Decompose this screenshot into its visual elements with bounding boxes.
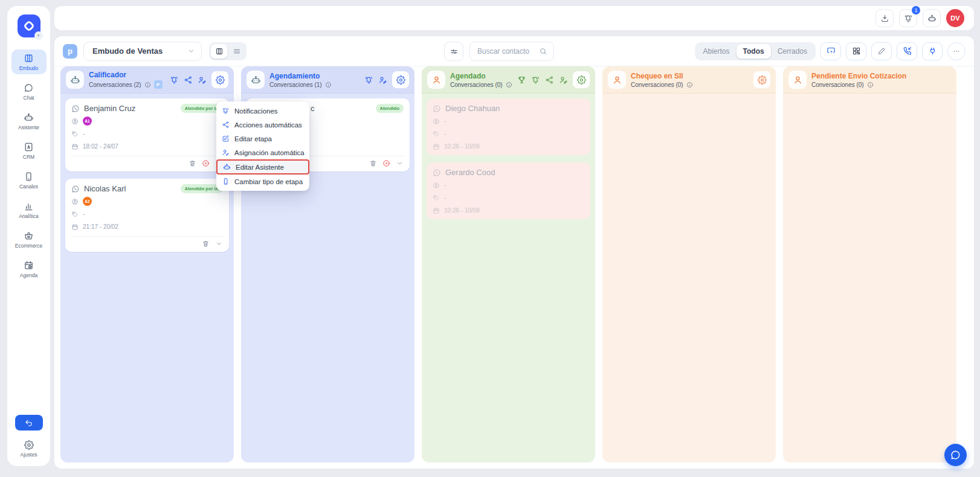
info-icon[interactable] <box>506 82 512 88</box>
ellipsis-icon <box>952 47 961 56</box>
automation-icon[interactable] <box>545 75 554 85</box>
collapse-sidebar-button[interactable] <box>15 415 43 431</box>
archive-trash-icon[interactable] <box>369 159 377 167</box>
info-icon[interactable] <box>144 82 151 88</box>
automation-icon <box>222 121 230 129</box>
bell-icon <box>222 107 230 115</box>
menu-item-cambiar-tipo-de-etapa[interactable]: Cambiar tipo de etapa <box>216 174 309 188</box>
topbar: 1 DV <box>54 6 974 30</box>
sidebar-item-canales[interactable]: Canales <box>11 168 47 193</box>
edit-button[interactable] <box>871 42 892 60</box>
column-title: Calificador <box>89 71 163 79</box>
close-circle-icon[interactable] <box>202 159 210 167</box>
menu-item-acciones-automaticas[interactable]: Acciones automáticas <box>216 118 309 132</box>
tab-cerrados[interactable]: Cerrados <box>771 44 814 59</box>
tag-icon <box>433 130 440 138</box>
person-icon <box>612 75 622 85</box>
column-settings-button[interactable] <box>392 71 409 88</box>
automation-icon[interactable] <box>184 75 193 85</box>
integrations-button[interactable] <box>922 42 943 60</box>
tab-abiertos[interactable]: Abiertos <box>697 44 737 59</box>
chevron-down-icon[interactable] <box>215 240 223 248</box>
sidebar-item-asistente[interactable]: Asistente <box>11 109 47 133</box>
edit-icon <box>222 135 230 142</box>
sidebar-item-embudo[interactable]: Embudo <box>11 50 47 74</box>
notifications-button[interactable]: 1 <box>899 9 917 27</box>
contact-card[interactable]: Diego Chahuan - - 10:26 - 10/09 <box>427 98 590 155</box>
more-options-button[interactable] <box>947 42 965 60</box>
funnel-select-value: Embudo de Ventas <box>92 46 163 56</box>
bell-ring-icon[interactable] <box>170 75 179 85</box>
sidebar-item-label: Embudo <box>19 65 39 71</box>
menu-item-editar-asistente[interactable]: Editar Asistente <box>216 159 309 174</box>
chevron-down-icon[interactable] <box>396 159 404 167</box>
assistant-button[interactable] <box>923 9 941 27</box>
menu-item-asignacion-automatica[interactable]: Asignación automática <box>216 146 309 159</box>
contact-card[interactable]: Nicolas Karl Atendido por IA A2 - 21:17 … <box>65 179 229 252</box>
assign-user-icon[interactable] <box>198 75 207 85</box>
assign-user-icon[interactable] <box>559 75 568 85</box>
sidebar-item-crm[interactable]: CRM <box>11 138 47 163</box>
contact-card[interactable]: Gerardo Cood - - 10:26 - 10/09 <box>427 162 590 219</box>
column-settings-button[interactable] <box>753 71 770 88</box>
robot-icon <box>251 75 261 85</box>
close-circle-icon[interactable] <box>382 159 390 167</box>
gear-icon <box>758 75 767 85</box>
column-header: Calificador Conversaciones (2) P <box>60 66 234 94</box>
undo-arrow-icon <box>24 418 33 427</box>
trophy-icon[interactable] <box>517 75 526 85</box>
calendar-icon <box>433 207 440 214</box>
sidebar-item-chat[interactable]: Chat <box>11 79 47 104</box>
sidebar-item-agenda[interactable]: Agenda <box>11 257 47 281</box>
user-avatar[interactable]: DV <box>946 9 964 27</box>
stage-type-badge <box>788 71 807 89</box>
sidebar-item-label: CRM <box>23 154 34 160</box>
stage-type-badge <box>247 71 265 89</box>
list-icon <box>233 47 241 56</box>
archive-trash-icon[interactable] <box>189 159 196 167</box>
archive-trash-icon[interactable] <box>202 240 210 248</box>
info-icon[interactable] <box>686 82 693 88</box>
contact-card[interactable]: Benjamin Cruz Atendido por IA A1 - 18:02… <box>65 98 229 171</box>
qr-code-button[interactable] <box>846 42 866 60</box>
live-chat-button[interactable] <box>944 444 967 466</box>
workspace-badge: p <box>63 44 77 59</box>
header-actions: Abiertos Todos Cerrados <box>695 42 966 60</box>
download-button[interactable] <box>875 9 894 27</box>
kanban-view-button[interactable] <box>211 44 227 59</box>
search-input[interactable] <box>476 46 534 56</box>
tab-todos[interactable]: Todos <box>737 44 771 59</box>
menu-item-editar-etapa[interactable]: Editar etapa <box>216 132 309 146</box>
sidebar-item-label: Ecommerce <box>15 243 42 249</box>
menu-item-notificaciones[interactable]: Notificaciones <box>216 104 309 118</box>
bell-ring-icon[interactable] <box>531 75 540 85</box>
calendar-icon <box>71 143 79 150</box>
logo-diamond-icon <box>23 20 35 32</box>
assign-user-icon[interactable] <box>378 75 387 85</box>
sidebar-item-ecommerce[interactable]: Ecommerce <box>11 227 47 252</box>
calendar-icon <box>71 223 79 231</box>
search-group <box>444 42 554 61</box>
workspace-switch-chevron-icon[interactable]: ▾ <box>34 31 43 40</box>
column-pendiente-envio-cotizacion: Pendiente Envio Cotizacion Conversacione… <box>783 66 956 463</box>
notification-count-badge: 1 <box>912 6 920 14</box>
app-logo[interactable]: ▾ <box>18 14 40 37</box>
sidebar-item-analitica[interactable]: Analítica <box>11 197 47 222</box>
info-icon[interactable] <box>867 82 874 88</box>
search-box <box>469 42 554 61</box>
sidebar-item-ajustes[interactable]: Ajustes <box>21 440 37 458</box>
funnel-select[interactable]: Embudo de Ventas <box>83 42 202 61</box>
contact-name: Nicolas Karl <box>84 184 176 193</box>
gear-icon <box>577 75 586 85</box>
conversation-count: Conversaciones (0) <box>450 82 503 88</box>
list-view-button[interactable] <box>228 44 245 59</box>
tag-value: - <box>83 211 85 217</box>
column-settings-button[interactable] <box>211 71 228 88</box>
filters-button[interactable] <box>444 42 463 61</box>
column-settings-button[interactable] <box>573 71 590 88</box>
search-icon[interactable] <box>539 47 547 56</box>
bell-ring-icon[interactable] <box>364 75 373 85</box>
incoming-call-button[interactable] <box>897 42 917 60</box>
info-icon[interactable] <box>325 82 332 88</box>
screen-share-button[interactable] <box>820 42 841 60</box>
